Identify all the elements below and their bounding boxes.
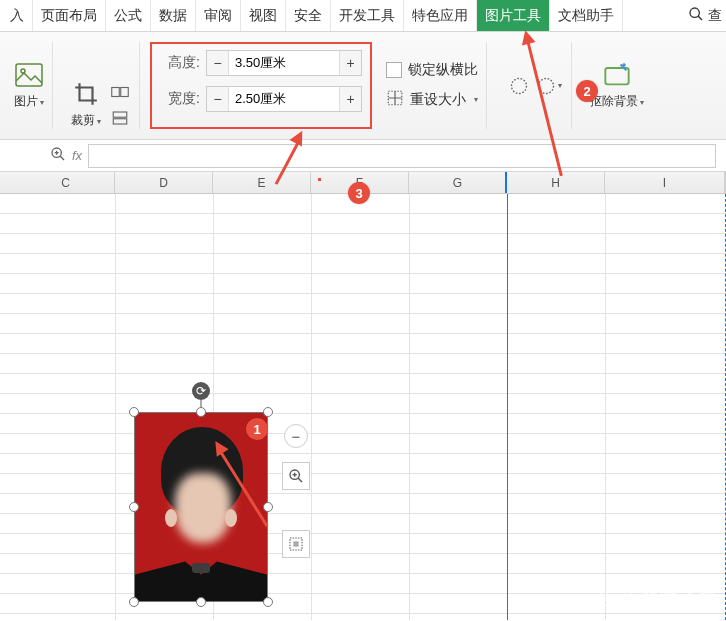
width-spinner: − + <box>206 86 362 112</box>
chevron-down-icon: ▾ <box>474 95 478 104</box>
formula-bar: fx <box>0 140 726 172</box>
callout-badge-3: 3 <box>348 182 370 204</box>
flip-vertical-button[interactable] <box>109 107 131 129</box>
group-lock-reset: 锁定纵横比 重设大小 ▾ <box>382 42 487 129</box>
reset-size-label: 重设大小 <box>410 91 466 109</box>
column-header[interactable]: E <box>213 172 311 193</box>
tab-insert-partial[interactable]: 入 <box>2 0 33 31</box>
watermark-logo-icon <box>598 583 633 607</box>
chevron-down-icon: ▾ <box>40 98 44 107</box>
crop-button[interactable]: 裁剪▾ <box>71 80 101 129</box>
svg-point-0 <box>690 8 699 17</box>
height-label: 高度: <box>160 54 200 72</box>
tab-review[interactable]: 审阅 <box>196 0 241 31</box>
ribbon: 图片▾ 裁剪▾ 高度: − + 宽 <box>0 32 726 140</box>
resize-handle[interactable] <box>129 502 139 512</box>
search-icon <box>688 6 704 25</box>
column-header[interactable]: C <box>17 172 115 193</box>
tab-formulas[interactable]: 公式 <box>106 0 151 31</box>
id-photo <box>134 412 268 602</box>
formula-input[interactable] <box>88 144 716 168</box>
group-align: ▾ <box>497 42 572 129</box>
svg-rect-5 <box>121 88 129 97</box>
watermark: 系统之家 <box>600 581 718 608</box>
removebg-label: 抠除背景 <box>590 94 638 108</box>
name-box-zoom-icon[interactable] <box>50 146 66 166</box>
picture-icon <box>15 61 43 89</box>
resize-handle[interactable] <box>196 597 206 607</box>
height-input[interactable] <box>229 51 339 75</box>
svg-line-17 <box>298 478 302 482</box>
lock-aspect-checkbox[interactable]: 锁定纵横比 <box>386 61 478 79</box>
group-picture: 图片▾ <box>6 42 53 129</box>
resize-handle[interactable] <box>196 407 206 417</box>
column-header[interactable]: I <box>605 172 725 193</box>
chevron-down-icon: ▾ <box>97 117 101 126</box>
size-input-group: 高度: − + 宽度: − + <box>150 42 372 129</box>
callout-badge-2: 2 <box>576 80 598 102</box>
callout-badge-1: 1 <box>246 418 268 440</box>
float-minus-button[interactable]: − <box>284 424 308 448</box>
svg-rect-7 <box>113 119 127 124</box>
reset-size-icon <box>386 89 404 110</box>
remove-background-button[interactable]: 抠除背景▾ <box>590 61 644 110</box>
column-header[interactable]: D <box>115 172 213 193</box>
height-decrement-button[interactable]: − <box>207 51 229 75</box>
svg-line-1 <box>698 16 702 20</box>
search-area[interactable]: 查 <box>688 6 726 25</box>
tab-developer[interactable]: 开发工具 <box>331 0 404 31</box>
rotate-handle[interactable]: ⟳ <box>192 382 210 400</box>
svg-rect-4 <box>112 88 120 97</box>
column-header[interactable]: G <box>409 172 507 193</box>
tab-picture-tools[interactable]: 图片工具 <box>477 0 550 31</box>
rotate-left-button[interactable] <box>505 72 533 100</box>
height-spinner: − + <box>206 50 362 76</box>
flip-horizontal-button[interactable] <box>109 81 131 103</box>
column-header[interactable]: H <box>507 172 605 193</box>
tab-security[interactable]: 安全 <box>286 0 331 31</box>
width-input[interactable] <box>229 87 339 111</box>
width-label: 宽度: <box>160 90 200 108</box>
reset-size-button[interactable]: 重设大小 ▾ <box>386 89 478 110</box>
search-label: 查 <box>708 7 722 25</box>
tab-view[interactable]: 视图 <box>241 0 286 31</box>
svg-point-9 <box>512 78 527 93</box>
spreadsheet-grid[interactable]: ⟳ − 系统之家 <box>0 194 726 620</box>
watermark-text: 系统之家 <box>638 581 718 608</box>
picture-label: 图片 <box>14 94 38 108</box>
tab-page-layout[interactable]: 页面布局 <box>33 0 106 31</box>
svg-line-13 <box>60 156 64 160</box>
crop-label: 裁剪 <box>71 113 95 127</box>
chevron-down-icon: ▾ <box>640 98 644 107</box>
magic-wand-icon <box>603 61 631 89</box>
resize-handle[interactable] <box>263 597 273 607</box>
svg-rect-21 <box>293 541 298 546</box>
svg-rect-6 <box>113 112 127 117</box>
resize-handle[interactable] <box>263 407 273 417</box>
float-layout-button[interactable] <box>282 530 310 558</box>
resize-handle[interactable] <box>129 597 139 607</box>
resize-handle[interactable] <box>263 502 273 512</box>
resize-handle[interactable] <box>129 407 139 417</box>
height-increment-button[interactable]: + <box>339 51 361 75</box>
width-increment-button[interactable]: + <box>339 87 361 111</box>
insert-picture-button[interactable]: 图片▾ <box>14 61 44 110</box>
svg-rect-2 <box>16 64 42 86</box>
tab-data[interactable]: 数据 <box>151 0 196 31</box>
float-zoom-button[interactable] <box>282 462 310 490</box>
tab-strip: 入 页面布局 公式 数据 审阅 视图 安全 开发工具 特色应用 图片工具 文档助… <box>0 0 726 32</box>
crop-icon <box>72 80 100 108</box>
tab-doc-assistant[interactable]: 文档助手 <box>550 0 623 31</box>
fx-label: fx <box>72 148 82 163</box>
lock-aspect-label: 锁定纵横比 <box>408 61 478 79</box>
selected-image[interactable]: ⟳ <box>134 412 268 602</box>
group-crop: 裁剪▾ <box>63 42 140 129</box>
tab-featured[interactable]: 特色应用 <box>404 0 477 31</box>
width-decrement-button[interactable]: − <box>207 87 229 111</box>
checkbox-icon <box>386 62 402 78</box>
chevron-down-icon: ▾ <box>558 81 562 90</box>
